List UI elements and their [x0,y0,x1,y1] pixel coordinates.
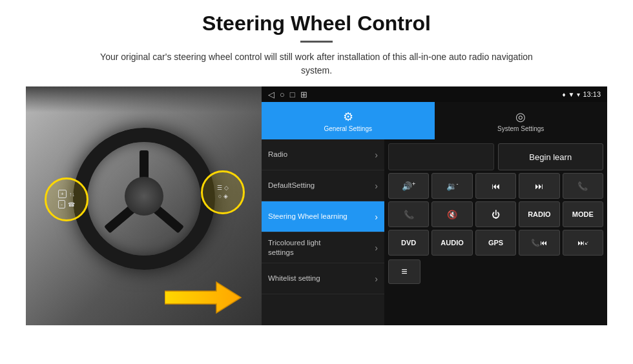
status-indicators: ♦ ▼ ▾ 13:13 [562,90,601,98]
mode-label: MODE [572,210,594,218]
chevron-icon: › [375,212,378,222]
volume-up-button[interactable]: 🔊+ [388,173,429,199]
gps-label: GPS [488,239,503,247]
audio-button[interactable]: AUDIO [431,230,472,256]
menu-extra-button[interactable]: ≡ [388,259,420,284]
tab-bar: ⚙ General Settings ◎ System Settings [262,102,607,139]
menu-icon: ≡ [401,266,407,278]
steering-wheel-center [125,177,163,216]
menu-item-radio[interactable]: Radio › [262,139,384,170]
title-divider [300,41,333,43]
menu-item-default-setting[interactable]: DefaultSetting › [262,170,384,201]
mode-button[interactable]: MODE [563,201,603,227]
wifi-icon: ▾ [577,91,580,98]
content-area: + ↑↓ - ☎ ☰ ◇ [26,86,607,325]
begin-learn-button[interactable]: Begin learn [498,143,604,170]
direction-arrow [165,277,242,319]
page-title: Steering Wheel Control [202,12,431,35]
tab-system-settings[interactable]: ◎ System Settings [435,102,608,139]
signal-icon: ▼ [568,91,575,98]
volume-down-button[interactable]: 🔉- [431,173,472,199]
nav-back-icon[interactable]: ◁ [268,90,275,99]
mute-button[interactable]: 🔇 [431,201,472,227]
control-grid-row1: 🔊+ 🔉- ⏮ ⏭ 📞 [388,173,603,199]
chevron-icon: › [375,150,378,160]
tab-general-settings[interactable]: ⚙ General Settings [262,102,435,139]
nav-menu-icon[interactable]: ⊞ [300,90,307,99]
system-icon: ◎ [515,110,526,124]
prev-track-icon: ⏮ [492,181,500,191]
default-setting-label: DefaultSetting [268,181,315,190]
skip-button[interactable]: ⏭↙ [563,230,603,256]
nav-icons: ◁ ○ □ ⊞ [268,90,307,99]
gps-button[interactable]: GPS [475,230,516,256]
phone-icon: 📞 [577,181,588,191]
location-icon: ♦ [562,91,565,98]
control-grid-row2: 📞 🔇 ⏻ RADIO MODE [388,201,603,227]
radio-mode-button[interactable]: RADIO [519,201,559,227]
phone-button[interactable]: 📞 [563,173,603,199]
skip-icon: ⏭↙ [577,239,588,247]
menu-item-tricoloured[interactable]: Tricoloured lightsettings › [262,232,384,263]
next-track-icon: ⏭ [535,181,543,191]
top-action-row: Begin learn [388,143,603,170]
control-panel: Begin learn 🔊+ 🔉- ⏮ [384,139,607,325]
power-button[interactable]: ⏻ [475,201,516,227]
nav-recents-icon[interactable]: □ [290,90,295,99]
tab-system-label: System Settings [497,125,544,132]
radio-label: Radio [268,150,287,159]
chevron-icon: › [375,181,378,191]
settings-gear-icon: ⚙ [343,110,353,124]
tab-general-label: General Settings [324,125,373,132]
audio-label: AUDIO [441,239,463,247]
phone-prev-button[interactable]: 📞⏮ [519,230,559,256]
volume-up-icon: 🔊+ [402,181,415,191]
phone-prev-icon: 📞⏮ [531,239,547,247]
android-ui: ◁ ○ □ ⊞ ♦ ▼ ▾ 13:13 ⚙ General Settings [262,86,607,325]
dvd-label: DVD [401,239,416,247]
tricoloured-label: Tricoloured lightsettings [268,238,320,258]
power-icon: ⏻ [492,210,500,219]
settings-menu: Radio › DefaultSetting › Steering Wheel … [262,139,384,325]
status-bar: ◁ ○ □ ⊞ ♦ ▼ ▾ 13:13 [262,86,607,102]
menu-item-steering-wheel[interactable]: Steering Wheel learning › [262,201,384,232]
dvd-button[interactable]: DVD [388,230,429,256]
whitelist-label: Whitelist setting [268,274,320,283]
left-button-circle: + ↑↓ - ☎ [45,177,88,221]
control-grid-row3: DVD AUDIO GPS 📞⏮ ⏭↙ [388,230,603,256]
main-content: Radio › DefaultSetting › Steering Wheel … [262,139,607,325]
next-track-button[interactable]: ⏭ [519,173,559,199]
mute-icon: 🔇 [447,210,457,219]
nav-home-icon[interactable]: ○ [280,90,285,99]
right-button-circle: ☰ ◇ ○ ◈ [201,170,245,214]
page-subtitle: Your original car's steering wheel contr… [84,50,549,77]
chevron-icon: › [375,274,378,284]
empty-input-box [388,143,494,170]
chevron-icon: › [375,243,378,253]
call-answer-icon: 📞 [404,210,414,219]
radio-label: RADIO [528,210,550,218]
last-row: ≡ [388,259,603,284]
menu-item-whitelist[interactable]: Whitelist setting › [262,263,384,294]
call-answer-button[interactable]: 📞 [388,201,429,227]
volume-down-icon: 🔉- [446,181,459,191]
prev-track-button[interactable]: ⏮ [475,173,516,199]
steering-wheel-image: + ↑↓ - ☎ ☰ ◇ [26,86,262,325]
clock: 13:13 [583,90,601,98]
steering-wheel-label: Steering Wheel learning [268,212,348,221]
